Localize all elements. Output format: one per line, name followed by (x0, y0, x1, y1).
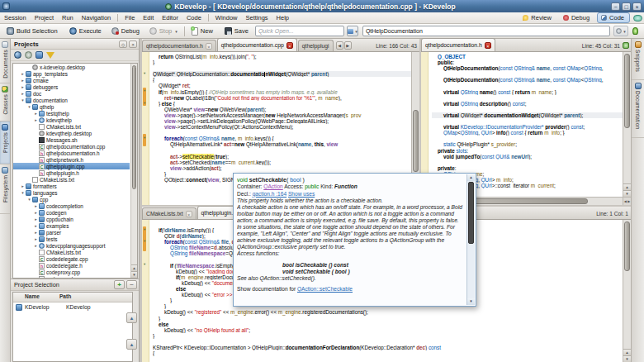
expander-icon[interactable]: ▾ (20, 190, 26, 195)
code-line[interactable]: view->setContextMenuPolicy(Qt::ActionsCo… (153, 124, 411, 130)
build-selection-button[interactable]: Build Selection (3, 26, 61, 36)
tree-item[interactable]: ▾documentation (13, 97, 130, 103)
fold-marker-icon[interactable]: ▾ (144, 239, 145, 243)
tree-item[interactable]: ▸codecompletion (13, 202, 130, 209)
code-line[interactable]: { (153, 350, 623, 356)
move-up-button[interactable]: ▲ (126, 339, 137, 350)
tree-item[interactable]: hqthelpplugin.h (13, 169, 130, 176)
close-tab-icon[interactable]: × (206, 43, 212, 50)
code-line[interactable]: static QtHelpPlugin* s_provider; (432, 141, 623, 147)
code-line[interactable]: } (153, 60, 411, 65)
code-line[interactable]: foreach(const QString& name, m_info.keys… (153, 136, 411, 141)
tree-item[interactable]: kdevqthelp.desktop (13, 130, 130, 136)
menu-file[interactable]: File (121, 13, 139, 22)
search-input[interactable]: QtHelpDocumentation (362, 26, 610, 36)
expander-icon[interactable]: ▸ (33, 217, 39, 221)
tab-scroll-left-icon[interactable]: ◀ (336, 41, 343, 50)
tree-item[interactable]: ▾qthelp (13, 103, 130, 110)
tree-item[interactable]: hqthelpnetwork.h (13, 156, 130, 163)
code-line[interactable]: QWebView* view=new QWebView(parent); (153, 107, 411, 112)
code-line[interactable]: act->setCheckable(true); (153, 154, 411, 160)
tooltip-scrollbar[interactable]: ▲ ▼ (466, 174, 475, 305)
scrollbar-thumb[interactable] (624, 221, 630, 271)
expander-icon[interactable]: ▸ (20, 71, 26, 76)
move-top-button[interactable]: ▲ (126, 312, 137, 323)
fold-marker-icon[interactable]: ▾ (144, 71, 145, 75)
filter-icon[interactable] (46, 52, 54, 59)
tree-item[interactable]: ▸kdevqthelp (13, 117, 130, 123)
code-line[interactable]: act->setChecked(name==m_current.key()); (153, 160, 411, 165)
scroll-up-icon[interactable]: ▲ (623, 183, 631, 190)
add-project-button[interactable]: + (114, 280, 125, 289)
code-line[interactable]: virtual QString description() const; (432, 101, 623, 107)
menu-window[interactable]: Window (211, 13, 242, 22)
expander-icon[interactable]: ▾ (26, 197, 32, 202)
code-line[interactable]: } (153, 316, 623, 322)
tree-item[interactable]: ▸cppduchain (13, 216, 130, 222)
column-path[interactable]: Path (43, 293, 74, 302)
quick-open-input[interactable]: Quick Open... (255, 26, 344, 36)
show-uses-link[interactable]: Show uses (288, 191, 315, 197)
tree-item[interactable]: CMakeLists.txt (13, 176, 130, 183)
code-line[interactable] (432, 118, 623, 124)
code-line[interactable]: QtHelpDocumentation(const QString& name,… (432, 77, 623, 83)
tree-scrollbar[interactable]: ▲ ▼ (130, 64, 137, 278)
code-line[interactable]: void jumpedTo(const QUrl& newUrl); (432, 154, 623, 160)
code-line[interactable]: } (153, 333, 623, 339)
code-line[interactable] (432, 95, 623, 101)
toolview-tab-snippets[interactable]: Snippets (632, 39, 644, 80)
scrollbar-thumb[interactable] (413, 110, 419, 172)
code-line[interactable]: QtHelpAlternativeLink* act=new QtHelpAlt… (153, 141, 411, 147)
close-tab-icon[interactable]: × (485, 42, 491, 49)
code-line[interactable]: QWidget* ret; (153, 83, 411, 88)
code-line[interactable]: if(m_info.isEmpty()) { //QtHelp sometime… (153, 89, 411, 95)
icon-border[interactable]: ▾ ▾ ▾ (142, 220, 149, 362)
tree-item[interactable]: CMakeLists.txt (13, 123, 130, 130)
menu-code[interactable]: Code (182, 13, 206, 22)
expander-icon[interactable]: ▸ (33, 203, 39, 208)
code-line[interactable] (432, 83, 623, 88)
split-view-icon[interactable] (623, 42, 629, 49)
toolview-tab-projects[interactable]: Projects (0, 121, 10, 164)
tree-item[interactable]: ▸codegen (13, 209, 130, 216)
scrollbar-thumb[interactable] (468, 182, 474, 244)
toolview-tab-filesystem[interactable]: Filesystem (0, 164, 10, 214)
tree-item[interactable]: ▸testqthelp (13, 110, 130, 117)
menu-settings[interactable]: Settings (242, 13, 272, 22)
expander-icon[interactable]: ▸ (20, 84, 26, 89)
scroll-up-icon[interactable]: ▲ (131, 264, 137, 271)
reload-icon[interactable] (25, 51, 32, 59)
tree-item[interactable]: x-kdevelop.desktop (13, 64, 130, 70)
debug-area-button[interactable]: Debug (559, 12, 595, 23)
tree-item[interactable]: ▸cmake (13, 77, 130, 83)
expander-icon[interactable]: ▸ (33, 230, 39, 235)
column-name[interactable]: Name (13, 293, 43, 302)
show-documentation-link[interactable]: QAction::setCheckable (297, 286, 353, 292)
code-line[interactable]: { (153, 77, 411, 83)
expander-icon[interactable]: ▸ (33, 236, 39, 241)
code-line[interactable] (153, 339, 623, 345)
menu-edit[interactable]: Edit (139, 13, 158, 22)
tree-item[interactable]: CMakeLists.txt (13, 249, 130, 255)
scrollbar-thumb[interactable] (132, 65, 136, 189)
editor-tab[interactable]: qthelpdocumentation.h× (421, 38, 495, 51)
expander-icon[interactable]: ▸ (20, 91, 26, 96)
fold-marker-icon[interactable]: ▾ (144, 136, 145, 140)
tree-item[interactable]: ▸tests (13, 236, 130, 242)
expander-icon[interactable]: ▸ (33, 223, 39, 228)
code-line[interactable] (153, 130, 411, 136)
fold-marker-icon[interactable]: ▾ (144, 227, 145, 231)
close-tab-icon[interactable]: × (286, 42, 293, 49)
tree-item[interactable]: ▸doc (13, 90, 130, 97)
expander-icon[interactable]: ▸ (33, 111, 39, 116)
expander-icon[interactable]: ▾ (20, 98, 26, 102)
code-area-button[interactable]: Code (597, 12, 630, 23)
expander-icon[interactable]: ▾ (26, 104, 32, 109)
menu-run[interactable]: Run (58, 13, 78, 22)
toolview-tab-documents[interactable]: Documents (0, 39, 10, 83)
toolview-tab-documentation[interactable]: Documentation (632, 80, 644, 138)
tree-item[interactable]: ▾cpp (13, 196, 130, 202)
expander-icon[interactable]: ▸ (33, 117, 39, 122)
hscroll-arrows[interactable]: ◀▶ (623, 197, 631, 205)
editor-tab[interactable]: qthelpplugi (298, 40, 334, 51)
